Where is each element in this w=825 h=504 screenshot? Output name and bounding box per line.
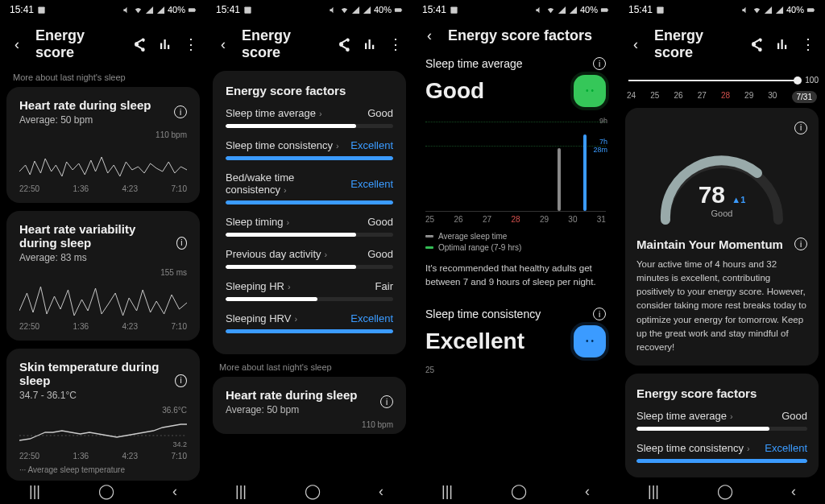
- sleep-avg-chart: 9h 7h 28m: [425, 115, 606, 212]
- page-title: Energy score: [242, 27, 332, 61]
- hr-card: Heart rate during sleep Average: 50 bpm …: [6, 87, 200, 203]
- factor-row[interactable]: Bed/wake time consistency›Excellent: [226, 171, 393, 204]
- skin-chart: 34.2: [19, 416, 187, 450]
- nav-bar: ||| ◯ ‹: [206, 478, 412, 504]
- svg-rect-1: [189, 8, 195, 12]
- info-icon[interactable]: i: [593, 308, 606, 320]
- hr-peak: 110 bpm: [19, 130, 187, 139]
- svg-rect-8: [601, 8, 607, 12]
- status-bar: 15:41 40%: [0, 0, 206, 19]
- home-button[interactable]: ◯: [305, 482, 321, 500]
- factors-title: Energy score factors: [226, 84, 393, 97]
- chart-legend: Average sleep time Optimal range (7-9 hr…: [425, 232, 606, 252]
- share-icon[interactable]: [337, 37, 351, 52]
- recents-button[interactable]: |||: [648, 483, 659, 500]
- skin-title: Skin temperature during sleep: [19, 360, 175, 387]
- home-button[interactable]: ◯: [98, 482, 114, 500]
- chart-icon[interactable]: [158, 37, 172, 52]
- info-icon[interactable]: i: [794, 122, 807, 134]
- back-nav-button[interactable]: ‹: [585, 483, 590, 500]
- battery-percent: 40%: [168, 5, 185, 14]
- chart-icon[interactable]: [775, 37, 790, 52]
- svg-rect-12: [814, 9, 815, 10]
- svg-rect-11: [807, 8, 814, 12]
- nav-bar: ||| ◯ ‹: [412, 478, 619, 504]
- section-caption: More about last night's sleep: [219, 362, 412, 372]
- status-time: 15:41: [10, 4, 34, 15]
- app-header: ‹ Energy score ⋮: [206, 19, 412, 71]
- notification-icon: [37, 6, 46, 14]
- status-blob-icon: • •: [574, 75, 606, 107]
- skin-peak: 36.6°C: [19, 406, 187, 415]
- hr-subtitle: Average: 50 bpm: [19, 114, 151, 126]
- hrv-peak: 155 ms: [19, 268, 187, 277]
- info-icon[interactable]: i: [174, 105, 187, 118]
- recents-button[interactable]: |||: [442, 483, 453, 500]
- factor-row[interactable]: Sleep time average›Good: [226, 107, 393, 128]
- range-slider[interactable]: 100: [625, 76, 819, 85]
- home-button[interactable]: ◯: [717, 482, 733, 500]
- page-title: Energy score: [35, 27, 127, 61]
- factors-card: Energy score factors Sleep time average›…: [625, 374, 819, 477]
- svg-rect-10: [657, 6, 663, 13]
- maintain-body: Your active time of 4 hours and 32 minut…: [636, 258, 807, 355]
- back-nav-button[interactable]: ‹: [172, 483, 177, 500]
- maintain-title: Maintain Your Momentum: [636, 238, 783, 251]
- detail-label: Sleep time consistency: [425, 308, 541, 320]
- svg-rect-0: [38, 6, 44, 13]
- share-icon[interactable]: [749, 37, 764, 52]
- factor-row[interactable]: Sleeping HRV›Excellent: [226, 312, 393, 333]
- page-title: Energy score: [654, 27, 744, 61]
- wifi-icon: [134, 6, 143, 14]
- info-icon[interactable]: i: [593, 57, 606, 70]
- more-icon[interactable]: ⋮: [801, 35, 815, 53]
- info-icon[interactable]: i: [380, 395, 393, 408]
- factors-list: Sleep time average›GoodSleep time consis…: [226, 107, 393, 333]
- back-button[interactable]: ‹: [209, 36, 237, 53]
- more-icon[interactable]: ⋮: [184, 35, 197, 53]
- signal-icon: [145, 6, 154, 14]
- score-delta: ▲1: [732, 195, 745, 204]
- status-value: Good: [425, 78, 484, 104]
- recents-button[interactable]: |||: [235, 483, 247, 500]
- factor-row[interactable]: Sleep timing›Good: [226, 216, 393, 237]
- app-header: ‹ Energy score ⋮: [0, 19, 206, 71]
- back-button[interactable]: ‹: [416, 27, 443, 44]
- hrv-subtitle: Average: 83 ms: [19, 252, 176, 263]
- home-button[interactable]: ◯: [511, 482, 527, 500]
- back-button[interactable]: ‹: [3, 36, 31, 53]
- factors-title: Energy score factors: [636, 386, 807, 400]
- section-caption: More about last night's sleep: [13, 72, 206, 82]
- back-nav-button[interactable]: ‹: [379, 483, 383, 500]
- hr-title: Heart rate during sleep: [19, 98, 151, 112]
- recents-button[interactable]: |||: [29, 483, 40, 500]
- factor-row[interactable]: Sleep time average›Good: [636, 410, 807, 431]
- date-selector: 24 25 26 27 28 29 30 7/31: [627, 91, 817, 103]
- status-bar: 15:41 40%: [412, 0, 619, 19]
- factor-row[interactable]: Sleep time consistency›Excellent: [226, 139, 393, 160]
- info-icon[interactable]: i: [175, 374, 187, 387]
- more-icon[interactable]: ⋮: [388, 35, 403, 53]
- skin-subtitle: 34.7 - 36.1°C: [19, 390, 175, 401]
- hrv-chart: [19, 279, 187, 320]
- svg-rect-6: [401, 9, 402, 10]
- back-nav-button[interactable]: ‹: [791, 483, 796, 500]
- screen-3: 15:41 40% ‹ Energy score factors Sleep t…: [412, 0, 619, 504]
- info-icon[interactable]: i: [176, 237, 187, 250]
- factor-row[interactable]: Previous day activity›Good: [226, 248, 393, 269]
- nav-bar: ||| ◯ ‹: [619, 478, 825, 504]
- app-header: ‹ Energy score ⋮: [619, 19, 825, 71]
- hr-card: Heart rate during sleep Average: 50 bpm …: [213, 377, 406, 434]
- chart-axis: 252627 28293031: [425, 215, 606, 224]
- skin-card: Skin temperature during sleep 34.7 - 36.…: [6, 349, 200, 481]
- back-button[interactable]: ‹: [622, 36, 649, 53]
- info-icon[interactable]: i: [794, 238, 807, 250]
- factor-row[interactable]: Sleep time consistency›Excellent: [636, 442, 807, 463]
- chart-icon[interactable]: [363, 37, 377, 52]
- svg-rect-7: [450, 6, 457, 13]
- factor-row[interactable]: Sleeping HR›Fair: [226, 280, 393, 301]
- score-value: 78: [699, 181, 725, 208]
- hrv-card: Heart rate variability during sleep Aver…: [6, 211, 200, 341]
- svg-rect-2: [195, 9, 196, 10]
- share-icon[interactable]: [132, 37, 147, 52]
